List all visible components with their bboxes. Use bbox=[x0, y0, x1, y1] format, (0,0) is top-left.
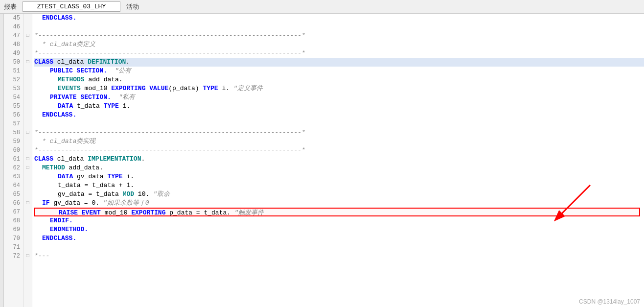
code-content: * cl_data类实现 bbox=[42, 137, 644, 146]
line-number: 55 bbox=[4, 102, 23, 111]
code-line: gv_data = t_data MOD 10. "取余 bbox=[34, 190, 644, 199]
fold-icon[interactable]: □ bbox=[23, 199, 32, 208]
token: "触发事件 bbox=[230, 209, 264, 216]
line-number: 49 bbox=[4, 49, 23, 58]
code-area[interactable]: ENDCLASS.*------------------------------… bbox=[32, 14, 644, 307]
fold-icon bbox=[23, 243, 32, 252]
token: PRIVATE SECTION. bbox=[50, 94, 111, 101]
line-number: 72 bbox=[4, 252, 23, 261]
top-bar-label: 报表 bbox=[4, 2, 17, 11]
token: ENDMETHOD. bbox=[50, 226, 88, 233]
fold-icon bbox=[23, 146, 32, 155]
fold-icon bbox=[23, 67, 32, 75]
token: *---------------------------------------… bbox=[34, 129, 305, 136]
fold-icon[interactable]: □ bbox=[23, 58, 32, 67]
line-number: 62 bbox=[4, 164, 23, 172]
token bbox=[107, 67, 115, 74]
line-number: 58 bbox=[4, 128, 23, 137]
token: CLASS bbox=[34, 155, 57, 163]
line-number: 60 bbox=[4, 146, 23, 155]
code-content: CLASS cl_data IMPLEMENTATION. bbox=[34, 155, 644, 164]
token: "定义事件 bbox=[230, 85, 263, 92]
code-line: ENDCLASS. bbox=[34, 111, 644, 119]
fold-icon bbox=[23, 84, 32, 93]
token: "如果余数等于0 bbox=[99, 199, 149, 207]
code-content: PUBLIC SECTION. "公有 bbox=[50, 67, 644, 75]
code-line bbox=[34, 119, 644, 128]
editor-container: 4546474849505152535455565758596061626364… bbox=[0, 14, 644, 307]
line-number: 70 bbox=[4, 234, 23, 243]
token: . bbox=[141, 155, 145, 163]
token: METHOD bbox=[42, 164, 69, 171]
code-line: CLASS cl_data IMPLEMENTATION. bbox=[34, 155, 644, 164]
token: DEFINITION bbox=[88, 58, 126, 66]
fold-icon bbox=[23, 40, 32, 49]
code-content: *---------------------------------------… bbox=[34, 49, 644, 58]
token: TYPE bbox=[203, 85, 222, 92]
fold-icon bbox=[23, 93, 32, 102]
fold-icon bbox=[23, 216, 32, 225]
token: * cl_data类实现 bbox=[42, 138, 95, 145]
line-number: 65 bbox=[4, 190, 23, 199]
code-line: ENDCLASS. bbox=[34, 14, 644, 23]
token: cl_data bbox=[57, 155, 88, 163]
code-line: CLASS cl_data DEFINITION. bbox=[34, 58, 644, 67]
fold-icon bbox=[23, 14, 32, 23]
line-number: 51 bbox=[4, 67, 23, 75]
code-content: ENDCLASS. bbox=[42, 14, 644, 23]
token bbox=[111, 94, 119, 101]
fold-icon bbox=[23, 234, 32, 243]
fold-icon bbox=[23, 102, 32, 111]
fold-icon bbox=[23, 75, 32, 84]
token: "公有 bbox=[115, 67, 132, 74]
code-content: ENDCLASS. bbox=[42, 234, 644, 243]
token: add_data. bbox=[88, 76, 122, 83]
line-number: 67 bbox=[4, 208, 23, 216]
code-line: DATA t_data TYPE i. bbox=[34, 102, 644, 111]
token: *---------------------------------------… bbox=[34, 146, 305, 154]
fold-icon[interactable]: □ bbox=[23, 252, 32, 261]
code-line: PUBLIC SECTION. "公有 bbox=[34, 67, 644, 75]
token: gv_data = 0. bbox=[53, 199, 99, 207]
code-line: DATA gv_data TYPE i. bbox=[34, 172, 644, 181]
line-number: 56 bbox=[4, 111, 23, 119]
code-content: gv_data = t_data MOD 10. "取余 bbox=[58, 190, 644, 199]
line-number: 54 bbox=[4, 93, 23, 102]
watermark: CSDN @1314lay_1007 bbox=[579, 298, 640, 305]
token: IMPLEMENTATION bbox=[88, 155, 141, 163]
line-number: 69 bbox=[4, 225, 23, 234]
code-line bbox=[34, 23, 644, 31]
line-number: 50 bbox=[4, 58, 23, 67]
code-line: *---------------------------------------… bbox=[34, 49, 644, 58]
token: *---------------------------------------… bbox=[34, 32, 305, 39]
code-line: ENDCLASS. bbox=[34, 234, 644, 243]
fold-icon bbox=[23, 23, 32, 31]
token: IF bbox=[42, 199, 53, 207]
fold-icon[interactable]: □ bbox=[23, 128, 32, 137]
line-number: 63 bbox=[4, 172, 23, 181]
fold-icon[interactable]: □ bbox=[23, 155, 32, 164]
token: EVENTS bbox=[58, 85, 85, 92]
fold-icon bbox=[23, 119, 32, 128]
code-content: *---------------------------------------… bbox=[34, 146, 644, 155]
token: RAISE EVENT bbox=[59, 209, 105, 216]
code-content: *---------------------------------------… bbox=[34, 31, 644, 40]
token: 10. bbox=[138, 190, 149, 198]
code-line: *---------------------------------------… bbox=[34, 146, 644, 155]
code-line: METHODS add_data. bbox=[34, 75, 644, 84]
fold-icon[interactable]: □ bbox=[23, 31, 32, 40]
line-number: 46 bbox=[4, 23, 23, 31]
token: PUBLIC SECTION. bbox=[50, 67, 107, 74]
token: mod_10 bbox=[85, 85, 112, 92]
token: t_data bbox=[77, 102, 104, 110]
code-line: ENDMETHOD. bbox=[34, 225, 644, 234]
line-number: 64 bbox=[4, 181, 23, 190]
fold-icon[interactable]: □ bbox=[23, 164, 32, 172]
line-number: 71 bbox=[4, 243, 23, 252]
fold-icon bbox=[23, 49, 32, 58]
code-content: *---------------------------------------… bbox=[34, 128, 644, 137]
line-number: 68 bbox=[4, 216, 23, 225]
token: TYPE bbox=[104, 102, 123, 110]
code-line: RAISE EVENT mod_10 EXPORTING p_data = t_… bbox=[34, 208, 640, 216]
top-bar: 报表 ZTEST_CLASS_03_LHY 活动 bbox=[0, 0, 644, 14]
